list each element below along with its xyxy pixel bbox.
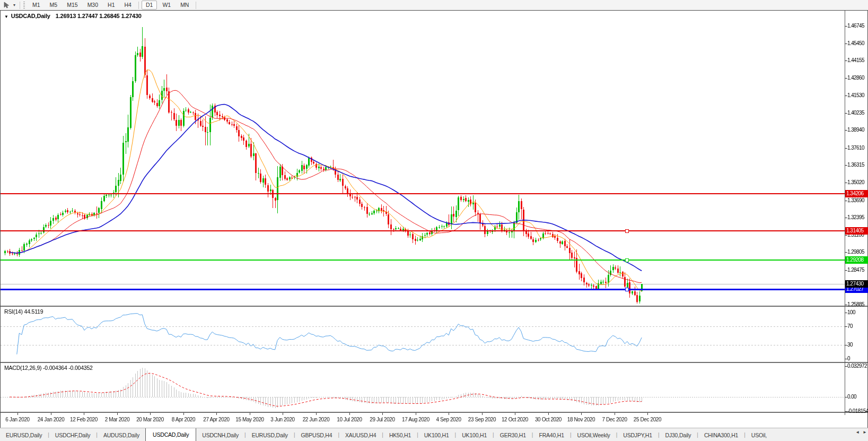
tab-uk100-h1[interactable]: UK100,H1	[456, 429, 493, 441]
price-axis-tick: 1.29805	[847, 249, 864, 255]
hline-price-label: 1.31405	[845, 227, 868, 235]
collapse-triangle-icon[interactable]: ▼	[4, 14, 8, 19]
rsi-axis-tick: 0	[847, 356, 850, 362]
chart-title: ▼USDCAD,Daily1.26913 1.27447 1.26845 1.2…	[4, 13, 142, 19]
tab-gbpusd-h4[interactable]: GBPUSD,H4	[295, 429, 338, 441]
tab-usoil[interactable]: USOil,	[746, 429, 773, 441]
tab-eurusd-daily[interactable]: EURUSD,Daily	[246, 429, 294, 441]
macd-indicator-label: MACD(12,26,9) -0.004364 -0.004352	[4, 365, 93, 371]
price-axis-tick: 1.33690	[847, 197, 864, 204]
price-axis-tick: 1.41530	[847, 92, 864, 99]
date-axis-label: 23 Sep 2020	[468, 417, 496, 422]
cursor-tool-icon[interactable]	[2, 1, 11, 9]
tab-dj30-daily[interactable]: DJ30,Daily	[660, 429, 697, 441]
tab-usdchf-daily[interactable]: USDCHF,Daily	[49, 429, 96, 441]
rsi-axis-tick: 100	[847, 309, 855, 316]
tab-uk100-h1[interactable]: UK100,H1	[418, 429, 455, 441]
chart-symbol-label: USDCAD,Daily	[11, 13, 50, 19]
current-price-label: 1.27430	[845, 280, 868, 288]
toolbar-divider	[138, 2, 139, 9]
date-axis-label: 12 Oct 2020	[502, 417, 528, 422]
timeframe-button-m30[interactable]: M30	[83, 1, 102, 10]
timeframe-button-m15[interactable]: M15	[63, 1, 82, 10]
hline-price-label: 1.29208	[845, 256, 868, 264]
timeframe-buttons: M1M5M15M30H1H4D1W1MN	[28, 1, 198, 10]
price-axis-tick: 1.44155	[847, 57, 864, 64]
date-axis-label: 20 Mar 2020	[136, 417, 164, 422]
chart-window: ▼USDCAD,Daily1.26913 1.27447 1.26845 1.2…	[0, 10, 868, 428]
date-axis-label: 4 Sep 2020	[436, 417, 461, 422]
timeframe-button-h4[interactable]: H4	[120, 1, 136, 10]
hline-price-label: 1.34206	[845, 190, 868, 197]
timeframe-button-w1[interactable]: W1	[158, 1, 175, 10]
rsi-axis-tick: 30	[847, 342, 853, 348]
price-axis-tick: 1.36315	[847, 162, 864, 168]
macd-axis-tick: -0.018154	[847, 408, 868, 414]
date-axis-label: 10 Jul 2020	[337, 417, 362, 422]
price-axis-tick: 1.42860	[847, 75, 864, 81]
symbol-tab-bar: EURUSD,Daily|USDCHF,Daily|AUDUSD,DailyUS…	[0, 428, 868, 441]
date-axis-label: 17 Aug 2020	[402, 417, 429, 422]
price-axis-tick: 1.35020	[847, 179, 864, 186]
date-axis-label: 7 Dec 2020	[602, 417, 627, 422]
tab-usdcad-daily[interactable]: USDCAD,Daily	[145, 428, 196, 441]
tab-usdjpy-h1[interactable]: USDJPY,H1	[617, 429, 658, 441]
date-axis-label: 27 Apr 2020	[203, 417, 230, 422]
timeframe-button-d1[interactable]: D1	[142, 1, 157, 10]
rsi-indicator-label: RSI(14) 44.5119	[4, 308, 43, 315]
tab-eurusd-daily[interactable]: EURUSD,Daily	[0, 429, 48, 441]
toolbar-divider	[196, 2, 196, 9]
tab-fra40-h1[interactable]: FRA40,H1	[533, 429, 569, 441]
date-axis-label: 12 Feb 2020	[70, 417, 98, 422]
tab-scroll-arrows: ◄ ►	[853, 430, 867, 435]
macd-axis-tick: 0.00	[847, 394, 856, 400]
toolbar-divider	[20, 2, 20, 9]
date-axis-label: 15 May 2020	[235, 417, 264, 422]
rsi-axis-tick: 70	[847, 323, 853, 330]
timeframe-button-m5[interactable]: M5	[46, 1, 62, 10]
price-chart-canvas[interactable]	[1, 11, 867, 427]
date-axis-label: 24 Jan 2020	[38, 417, 65, 422]
price-axis-tick: 1.28475	[847, 267, 864, 273]
price-axis-tick: 1.32395	[847, 214, 864, 221]
price-axis-tick: 1.38940	[847, 127, 864, 133]
tab-scroll-right-button[interactable]: ►	[863, 430, 867, 435]
date-axis-label: 3 Jun 2020	[270, 417, 295, 422]
timeframe-button-m1[interactable]: M1	[28, 1, 45, 10]
price-axis-tick: 1.40235	[847, 110, 864, 116]
tab-xauusd-h4[interactable]: XAUUSD,H4	[339, 429, 382, 441]
date-axis-label: 29 Jul 2020	[370, 417, 394, 422]
price-axis-tick: 1.45450	[847, 40, 864, 47]
date-axis-label: 6 Jan 2020	[5, 417, 30, 422]
toolbar-drag-grip[interactable]	[23, 2, 25, 8]
date-axis-label: 8 Apr 2020	[172, 417, 195, 422]
tab-usdcnh-daily[interactable]: USDCNH,Daily	[196, 429, 244, 441]
tab-usoil-weekly[interactable]: USOil,Weekly	[572, 429, 616, 441]
tab-scroll-left-button[interactable]: ◄	[855, 430, 860, 435]
tab-hk50-h1[interactable]: HK50,H1	[383, 429, 417, 441]
chevron-down-icon[interactable]: ▾	[11, 3, 17, 7]
date-axis-label: 22 Jun 2020	[303, 417, 330, 422]
price-axis-tick: 1.37610	[847, 145, 864, 151]
timeframe-button-h1[interactable]: H1	[103, 1, 119, 10]
date-axis-label: 30 Oct 2020	[535, 417, 562, 422]
date-axis-label: 25 Dec 2020	[634, 417, 661, 422]
timeframe-button-mn[interactable]: MN	[176, 1, 193, 10]
top-toolbar: ▾ M1M5M15M30H1H4D1W1MN	[0, 0, 868, 11]
chart-ohlc-values: 1.26913 1.27447 1.26845 1.27430	[56, 13, 142, 19]
tab-china300-h1[interactable]: CHINA300,H1	[698, 429, 744, 441]
macd-axis-tick: 0.032972	[847, 363, 867, 369]
date-axis-label: 18 Nov 2020	[567, 417, 595, 422]
date-axis-label: 2 Mar 2020	[105, 417, 130, 422]
price-axis-tick: 1.46745	[847, 23, 864, 29]
tab-ger30-h1[interactable]: GER30,H1	[494, 429, 532, 441]
price-axis-tick: 1.25885	[847, 301, 864, 308]
tab-audusd-daily[interactable]: AUDUSD,Daily	[98, 429, 145, 441]
